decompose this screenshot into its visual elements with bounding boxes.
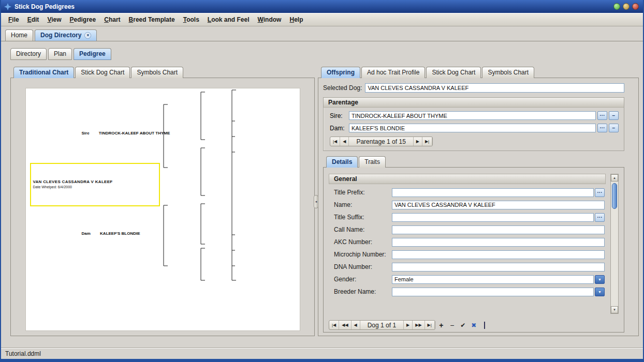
status-file-label: Tutorial.ddml [5,350,41,357]
app-window: Stick Dog Pedigrees File Edit View Pedig… [0,0,644,362]
menu-file[interactable]: File [4,14,23,25]
cancel-record-icon[interactable]: ✖ [469,322,479,329]
title-suffix-input[interactable] [392,213,594,222]
table-grid-icon[interactable] [480,322,490,328]
record-rewind-button[interactable]: ◀◀ [339,321,351,329]
parentage-first-button[interactable]: |◀ [330,137,340,146]
maximize-button[interactable] [623,3,630,10]
record-next-button[interactable]: ▶ [404,321,413,329]
close-tab-icon[interactable]: × [84,32,91,39]
tab-symbols-chart-right[interactable]: Symbols Chart [482,67,534,78]
parentage-prev-button[interactable]: ◀ [340,137,349,146]
call-name-input[interactable] [392,225,605,234]
tab-traditional-chart[interactable]: Traditional Chart [13,67,74,78]
title-bar[interactable]: Stick Dog Pedigrees [1,0,643,13]
record-position-label: Dog 1 of 1 [360,321,404,329]
tab-plan[interactable]: Plan [48,48,72,60]
tab-pedigree[interactable]: Pedigree [74,48,111,60]
record-prev-button[interactable]: ◀ [352,321,360,329]
menu-pedigree[interactable]: Pedigree [66,14,100,25]
sire-field-label: Sire: [330,112,347,119]
tab-offspring[interactable]: Offspring [321,67,360,78]
subject-whelped-date: Date Whelped: 6/4/2000 [33,185,159,189]
title-prefix-input[interactable] [392,188,594,197]
record-forward-button[interactable]: ▶▶ [413,321,425,329]
form-row: Gender: ▼ [329,273,606,285]
tab-home[interactable]: Home [5,29,33,41]
dog-record-vcr: |◀ ◀◀ ◀ Dog 1 of 1 ▶ ▶▶ ▶| [329,320,435,330]
chart-pane-body: Sire TINDROCK-KALEEF ABOUT THYME VAN CLE… [10,78,315,336]
parentage-group: Parentage Sire: ··· − Dam: ··· [323,97,624,151]
selected-dog-input[interactable] [365,83,624,93]
call-name-label: Call Name: [334,226,392,233]
dna-number-input[interactable] [392,263,605,272]
detail-pane-tab-strip: Offspring Ad hoc Trait Profile Stick Dog… [318,67,639,78]
tab-symbols-chart-left[interactable]: Symbols Chart [131,67,183,78]
form-row: Name: [329,199,606,211]
gender-label: Gender: [334,276,392,283]
chart-pane: Traditional Chart Stick Dog Chart Symbol… [10,67,315,336]
gender-dropdown-icon[interactable]: ▼ [595,275,605,284]
record-first-button[interactable]: |◀ [329,321,339,329]
tab-details[interactable]: Details [326,156,358,168]
menu-tools[interactable]: Tools [179,14,203,25]
menu-edit[interactable]: Edit [23,14,43,25]
sire-remove-button[interactable]: − [609,111,619,120]
tab-stick-dog-chart-left[interactable]: Stick Dog Chart [75,67,130,78]
title-prefix-label: Title Prefix: [334,189,392,196]
status-bar: Tutorial.ddml [1,348,643,359]
app-icon [4,3,11,10]
akc-number-input[interactable] [392,238,605,247]
dam-input[interactable] [349,124,596,132]
commit-record-icon[interactable]: ✔ [458,322,468,329]
add-record-icon[interactable]: + [436,321,446,329]
delete-record-icon[interactable]: − [447,321,457,329]
dam-remove-button[interactable]: − [609,124,619,132]
menu-window[interactable]: Window [254,14,286,25]
details-form-region: General Title Prefix: ··· [324,168,624,318]
tab-traits[interactable]: Traits [359,156,386,168]
tab-directory[interactable]: Directory [10,48,47,60]
menu-breed-template[interactable]: Breed Template [125,14,179,25]
selected-dog-box[interactable]: VAN CLEVES CASSANDRA V KALEEF Date Whelp… [30,163,160,206]
minimize-button[interactable] [613,3,620,10]
tab-dog-directory[interactable]: Dog Directory × [35,29,97,41]
title-suffix-browse-button[interactable]: ··· [595,213,605,222]
scrollbar-thumb[interactable] [612,183,617,209]
scroll-up-icon[interactable]: ▲ [611,174,618,182]
form-row: Breeder Name: ▼ [329,285,606,298]
microchip-number-input[interactable] [392,250,605,259]
parentage-next-button[interactable]: ▶ [414,137,422,146]
sire-browse-button[interactable]: ··· [597,111,607,120]
split-pane-divider[interactable]: ◂ [314,195,318,208]
tab-ad-hoc-trait-profile[interactable]: Ad hoc Trait Profile [361,67,425,78]
details-scrollbar[interactable]: ▲ ▼ [610,174,619,314]
menu-chart[interactable]: Chart [100,14,124,25]
name-label: Name: [334,201,392,208]
tab-home-label: Home [11,32,27,39]
window-title: Stick Dog Pedigrees [14,3,75,10]
menu-help[interactable]: Help [285,14,307,25]
menu-look-and-feel[interactable]: Look and Feel [203,14,254,25]
dam-browse-button[interactable]: ··· [597,124,607,132]
breeder-name-dropdown-icon[interactable]: ▼ [595,288,605,296]
akc-number-label: AKC Number: [334,238,392,246]
close-window-button[interactable] [632,3,639,10]
gender-select[interactable] [392,275,594,284]
form-row: Title Prefix: ··· [329,186,606,199]
parentage-last-button[interactable]: ▶| [422,137,432,146]
title-prefix-browse-button[interactable]: ··· [595,188,605,197]
dam-field-label: Dam: [330,125,347,132]
sire-input[interactable] [349,111,596,120]
record-last-button[interactable]: ▶| [425,321,435,329]
name-input[interactable] [392,201,605,209]
tab-stick-dog-chart-right[interactable]: Stick Dog Chart [426,67,481,78]
pedigree-chart[interactable]: Sire TINDROCK-KALEEF ABOUT THYME VAN CLE… [25,88,300,331]
selected-dog-row: Selected Dog: [323,83,624,93]
form-row: Call Name: [329,223,606,236]
scroll-down-icon[interactable]: ▼ [611,306,618,313]
menu-view[interactable]: View [43,14,65,25]
breeder-name-select[interactable] [392,288,594,296]
sire-label: Sire [82,131,90,135]
subject-name: VAN CLEVES CASSANDRA V KALEEF [33,179,159,184]
